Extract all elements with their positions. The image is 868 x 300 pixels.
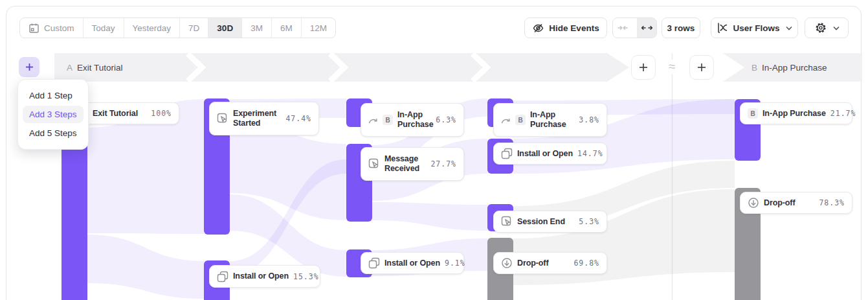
node-percent: 21.7% (830, 109, 856, 118)
flow-node-message3[interactable]: Message Received27.7% (361, 147, 464, 181)
install-icon (217, 271, 228, 283)
flow-node-install3[interactable]: Install or Open9.1% (361, 252, 464, 274)
menu-item-add-3-steps[interactable]: Add 3 Steps (23, 106, 83, 123)
jump-icon (368, 116, 378, 124)
node-label: Drop-off (517, 259, 549, 268)
event-icon (368, 158, 380, 170)
menu-item-add-5-steps[interactable]: Add 5 Steps (23, 124, 83, 142)
install-icon (501, 148, 513, 159)
flow-link (372, 202, 487, 231)
node-label: Session End (517, 217, 565, 227)
flow-link (87, 235, 204, 299)
goal-badge: B (748, 108, 758, 119)
event-icon (501, 216, 513, 227)
flow-node-experiment[interactable]: Experiment Started47.4% (209, 102, 319, 135)
flow-node-install2[interactable]: Install or Open15.3% (209, 265, 320, 288)
flow-node-session4[interactable]: Session End5.3% (493, 211, 607, 233)
plus-icon (25, 63, 34, 71)
plus-icon (697, 63, 706, 72)
flow-node-install4[interactable]: Install or Open14.7% (493, 143, 607, 165)
install-icon (368, 257, 380, 269)
node-percent: 27.7% (430, 159, 456, 168)
node-percent: 6.3% (436, 115, 456, 124)
flow-node-inapp4[interactable]: BIn-App Purchase3.8% (493, 103, 607, 137)
node-percent: 9.1% (445, 259, 465, 268)
goal-badge: B (515, 115, 526, 125)
node-percent: 5.3% (579, 217, 599, 226)
menu-item-add-1-step[interactable]: Add 1 Step (23, 87, 83, 104)
flow-node-inappB[interactable]: BIn-App Purchase21.7% (740, 102, 852, 124)
jump-icon (501, 116, 511, 124)
node-label: Install or Open (384, 259, 440, 268)
dropoff-icon (501, 257, 513, 269)
node-percent: 3.8% (579, 115, 599, 124)
node-percent: 78.3% (819, 198, 845, 207)
node-label: Experiment Started (233, 109, 281, 128)
node-label: Exit Tutorial (93, 109, 138, 119)
add-step-before-b-button[interactable] (689, 55, 714, 80)
node-percent: 15.3% (293, 272, 319, 281)
node-percent: 69.8% (573, 259, 599, 268)
node-label: In-App Purchase (762, 109, 826, 119)
node-label: Drop-off (764, 198, 796, 208)
node-percent: 14.7% (577, 149, 603, 158)
node-label: Message Received (384, 154, 426, 174)
step-b-band (723, 53, 862, 82)
plus-icon (639, 63, 648, 72)
node-percent: 100% (151, 109, 172, 118)
event-icon (217, 113, 228, 124)
goal-badge: B (383, 115, 393, 125)
add-steps-menu: Add 1 StepAdd 3 StepsAdd 5 Steps (17, 79, 89, 150)
node-label: Install or Open (233, 271, 289, 281)
approx-symbol: ≈ (664, 60, 680, 74)
add-step-after-a-button[interactable] (631, 55, 656, 80)
dropoff-icon (748, 197, 759, 209)
node-label: In-App Purchase (397, 110, 431, 130)
flow-node-dropoffB[interactable]: Drop-off78.3% (740, 192, 852, 214)
flow-node-inapp3[interactable]: BIn-App Purchase6.3% (361, 103, 464, 137)
node-percent: 47.4% (285, 114, 311, 123)
node-label: Install or Open (517, 149, 573, 159)
add-step-before-button[interactable] (19, 57, 39, 77)
node-label: In-App Purchase (530, 110, 574, 130)
flow-node-dropoff4[interactable]: Drop-off69.8% (493, 252, 607, 274)
